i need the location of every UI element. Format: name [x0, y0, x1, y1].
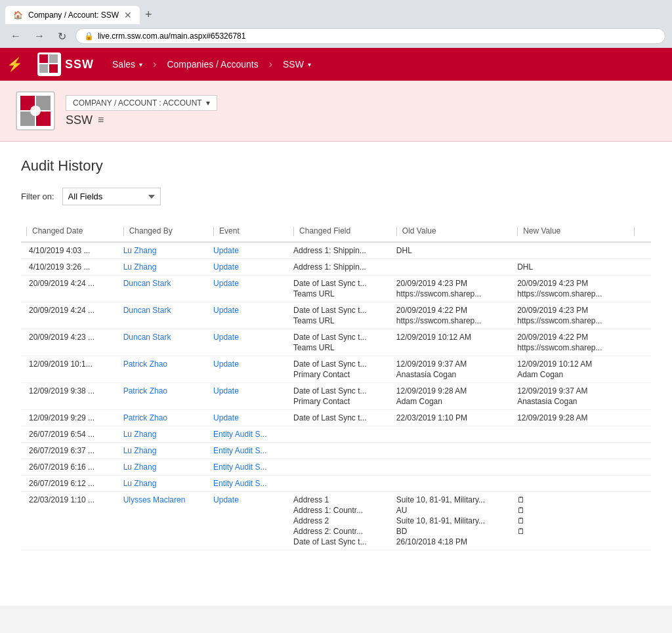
update-link[interactable]: Update	[213, 246, 239, 255]
cell-new-value: 12/09/2019 9:28 AM	[509, 409, 626, 426]
header-logo: SSW	[30, 52, 102, 76]
cell-new-value: DHL	[509, 258, 626, 275]
cell-event: Update	[205, 491, 285, 550]
changed-by-link[interactable]: Patrick Zhao	[123, 413, 167, 422]
cell-changed-by: Lu Zhang	[116, 459, 205, 475]
changed-by-link[interactable]: Ulysses Maclaren	[123, 495, 186, 504]
changed-by-link[interactable]: Lu Zhang	[123, 479, 157, 488]
cell-changed-by: Patrick Zhao	[116, 382, 205, 409]
changed-by-link[interactable]: Lu Zhang	[123, 446, 157, 455]
svg-rect-2	[39, 64, 48, 73]
entity-name: SSW	[66, 113, 93, 127]
update-link[interactable]: Update	[213, 359, 239, 369]
update-link[interactable]: Update	[213, 262, 239, 272]
changed-by-link[interactable]: Patrick Zhao	[123, 386, 167, 396]
changed-by-link[interactable]: Patrick Zhao	[123, 359, 167, 369]
cell-changed-by: Duncan Stark	[116, 329, 205, 356]
update-link[interactable]: Update	[213, 306, 239, 315]
cell-event: Update	[205, 409, 285, 426]
filter-select[interactable]: All Fields	[62, 188, 161, 205]
reload-button[interactable]: ↻	[54, 29, 70, 44]
entity-audit-link[interactable]: Entity Audit S...	[213, 479, 266, 488]
icon-note: 🗒	[517, 495, 618, 504]
nav-ssw-label: SSW	[283, 59, 304, 70]
nav-ssw[interactable]: SSW ▾	[272, 48, 322, 81]
changed-by-link[interactable]: Duncan Stark	[123, 279, 171, 288]
entity-audit-link[interactable]: Entity Audit S...	[213, 430, 266, 439]
update-link[interactable]: Update	[213, 279, 239, 288]
cell-date: 12/09/2019 9:29 ...	[21, 409, 116, 426]
cell-changed-by: Lu Zhang	[116, 258, 205, 275]
changed-by-link[interactable]: Lu Zhang	[123, 262, 157, 272]
update-link[interactable]: Update	[213, 386, 239, 396]
new-tab-button[interactable]: +	[140, 5, 158, 24]
cell-changed-field: Address 1Address 1: Countr...Address 2Ad…	[285, 491, 388, 550]
table-row: 12/09/2019 9:29 ... Patrick Zhao Update …	[21, 409, 651, 426]
tab-close-button[interactable]: ✕	[124, 10, 132, 20]
cell-changed-field	[285, 475, 388, 491]
cell-actions	[626, 302, 651, 329]
table-row: 4/10/2019 3:26 ... Lu Zhang Update Addre…	[21, 258, 651, 275]
col-changed-field: Changed Field	[285, 221, 388, 242]
page-content: COMPANY / ACCOUNT : ACCOUNT ▾ SSW ≡ Audi…	[0, 81, 672, 605]
cell-event: Entity Audit S...	[205, 442, 285, 459]
cell-actions	[626, 491, 651, 550]
entity-badge[interactable]: COMPANY / ACCOUNT : ACCOUNT ▾	[66, 95, 217, 111]
cell-changed-by: Lu Zhang	[116, 242, 205, 259]
cell-event: Update	[205, 302, 285, 329]
nav-companies-accounts[interactable]: Companies / Accounts	[156, 48, 268, 81]
table-row: 12/09/2019 9:38 ... Patrick Zhao Update …	[21, 382, 651, 409]
cell-new-value: 20/09/2019 4:23 PMhttps://sswcom.sharep.…	[509, 275, 626, 302]
cell-changed-field	[285, 442, 388, 459]
entity-audit-link[interactable]: Entity Audit S...	[213, 462, 266, 472]
update-link[interactable]: Update	[213, 413, 239, 422]
changed-by-link[interactable]: Duncan Stark	[123, 333, 171, 342]
cell-changed-field: Date of Last Sync t...	[285, 409, 388, 426]
forward-button[interactable]: →	[30, 29, 49, 43]
lock-icon: 🔒	[84, 31, 94, 41]
nav-sales-label: Sales	[112, 59, 135, 70]
cell-actions	[626, 426, 651, 442]
logo-box	[37, 52, 61, 76]
changed-by-link[interactable]: Lu Zhang	[123, 430, 157, 439]
cell-date: 4/10/2019 4:03 ...	[21, 242, 116, 259]
cell-event: Update	[205, 382, 285, 409]
col-event: Event	[205, 221, 285, 242]
col-new-value: New Value	[509, 221, 626, 242]
audit-table-body: 4/10/2019 4:03 ... Lu Zhang Update Addre…	[21, 242, 651, 550]
cell-date: 26/07/2019 6:16 ...	[21, 459, 116, 475]
cell-old-value: Suite 10, 81-91, Military...AUSuite 10, …	[388, 491, 509, 550]
back-button[interactable]: ←	[7, 29, 25, 43]
table-row: 20/09/2019 4:24 ... Duncan Stark Update …	[21, 302, 651, 329]
cell-new-value: 20/09/2019 4:22 PMhttps://sswcom.sharep.…	[509, 329, 626, 356]
update-link[interactable]: Update	[213, 333, 239, 342]
icon-note: 🗒	[517, 527, 618, 536]
cell-changed-field: Address 1: Shippin...	[285, 258, 388, 275]
cell-date: 20/09/2019 4:24 ...	[21, 302, 116, 329]
active-tab[interactable]: 🏠 Company / Account: SSW ✕	[5, 6, 140, 24]
changed-by-link[interactable]: Lu Zhang	[123, 462, 157, 472]
cell-date: 12/09/2019 10:1...	[21, 356, 116, 382]
cell-old-value: 12/09/2019 10:12 AM	[388, 329, 509, 356]
cell-event: Update	[205, 242, 285, 259]
icon-note: 🗒	[517, 516, 618, 525]
cell-changed-by: Ulysses Maclaren	[116, 491, 205, 550]
cell-new-value: 🗒 🗒 🗒 🗒	[509, 491, 626, 550]
changed-by-link[interactable]: Lu Zhang	[123, 246, 157, 255]
nav-sales[interactable]: Sales ▾	[102, 48, 153, 81]
table-row: 20/09/2019 4:24 ... Duncan Stark Update …	[21, 275, 651, 302]
icon-note: 🗒	[517, 506, 618, 515]
entity-audit-link[interactable]: Entity Audit S...	[213, 446, 266, 455]
hamburger-icon[interactable]: ≡	[98, 114, 104, 126]
svg-rect-1	[49, 54, 58, 63]
url-bar[interactable]: 🔒 live.crm.ssw.com.au/main.aspx#65326781	[75, 28, 665, 44]
cell-old-value: 22/03/2019 1:10 PM	[388, 409, 509, 426]
update-link[interactable]: Update	[213, 495, 239, 504]
changed-by-link[interactable]: Duncan Stark	[123, 306, 171, 315]
cell-event: Entity Audit S...	[205, 426, 285, 442]
cell-event: Update	[205, 258, 285, 275]
table-header-row: Changed Date Changed By Event Changed Fi…	[21, 221, 651, 242]
cell-changed-by: Lu Zhang	[116, 475, 205, 491]
entity-header: COMPANY / ACCOUNT : ACCOUNT ▾ SSW ≡	[0, 81, 672, 142]
cell-actions	[626, 459, 651, 475]
